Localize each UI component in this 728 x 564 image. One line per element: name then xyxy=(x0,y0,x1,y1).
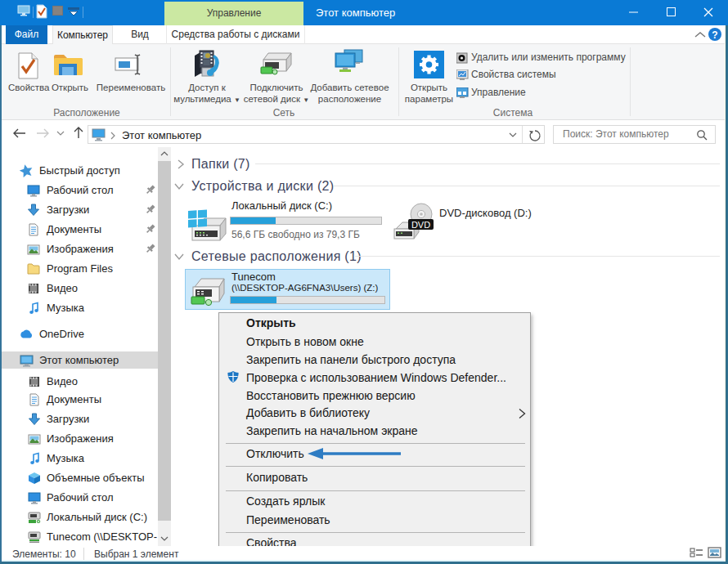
svg-text:DVD: DVD xyxy=(411,220,430,230)
svg-text:?: ? xyxy=(712,29,717,41)
